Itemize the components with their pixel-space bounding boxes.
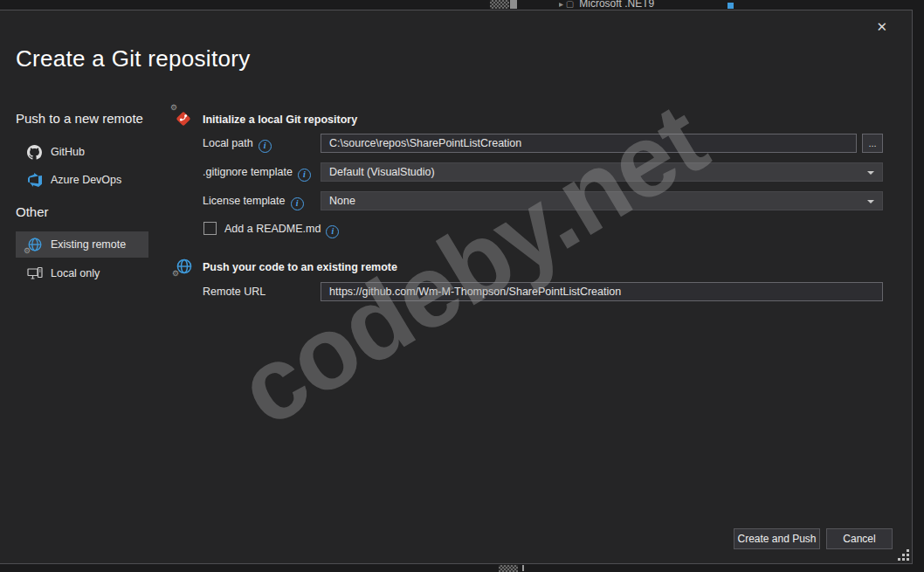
background-window-bottom [0,564,924,572]
globe-icon [26,237,43,253]
add-readme-checkbox[interactable] [203,222,217,235]
info-icon[interactable] [291,197,304,210]
background-window-top: ▸ ▢Microsoft .NET9 [0,0,924,10]
cancel-button[interactable]: Cancel [826,528,893,549]
sidebar-heading-other: Other [16,204,49,219]
background-clipped-toolbar: ▸ ▢Microsoft .NET9 [559,0,747,9]
azure-devops-icon [26,172,43,189]
license-template-select[interactable]: None [321,191,883,210]
local-path-input[interactable] [321,134,857,153]
local-path-label: Local path [203,134,272,153]
sidebar-item-label: GitHub [51,146,85,158]
background-grip-icon [499,565,518,572]
sidebar-item-label: Existing remote [51,238,126,251]
background-toolbar-text: Microsoft .NET9 [579,0,654,9]
globe-icon [175,257,194,276]
section-title-initialize: Initialize a local Git repository [203,113,357,127]
computer-icon [26,265,43,282]
sidebar-heading-push-new-remote: Push to a new remote [16,111,143,126]
gitignore-template-select[interactable]: Default (VisualStudio) [321,162,883,182]
gitignore-template-label: .gitignore template [203,162,311,182]
section-title-push-existing: Push your code to an existing remote [203,260,397,274]
git-init-icon [174,108,193,127]
sidebar-item-label: Azure DevOps [51,174,121,186]
add-readme-label: Add a README.md [224,222,339,238]
screen: ▸ ▢Microsoft .NET9 ✕ Create a Git reposi… [0,0,924,572]
info-icon[interactable] [259,140,272,153]
background-blue-icon [727,3,734,9]
remote-url-input[interactable] [321,282,883,301]
resize-grip[interactable] [897,548,909,561]
sidebar-item-label: Local only [51,267,100,279]
close-icon[interactable]: ✕ [872,17,891,37]
background-grip-icon [490,0,509,9]
browse-button[interactable]: ... [862,134,883,153]
remote-url-label: Remote URL [203,282,265,301]
create-and-push-button[interactable]: Create and Push [734,528,820,549]
sidebar-item-azure-devops[interactable]: Azure DevOps [16,168,148,192]
create-git-repository-dialog: ✕ Create a Git repository Push to a new … [0,10,913,564]
license-template-label: License template [203,191,304,210]
info-icon[interactable] [326,225,339,238]
sidebar-item-local-only[interactable]: Local only [16,261,148,286]
background-divider [522,565,524,571]
github-icon [26,144,43,161]
sidebar-item-github[interactable]: GitHub [16,140,148,164]
info-icon[interactable] [298,169,311,182]
background-scrollbar-thumb [510,0,517,9]
chevron-icon: ▸ ▢ [559,0,574,9]
dialog-title: Create a Git repository [16,45,250,72]
sidebar-item-existing-remote[interactable]: Existing remote [16,231,148,258]
